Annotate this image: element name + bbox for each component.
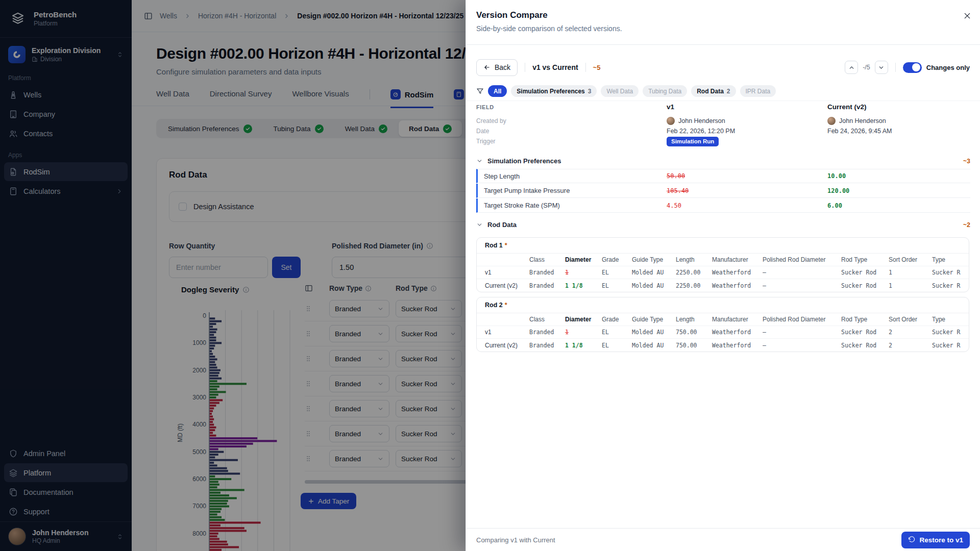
cell: EL xyxy=(602,329,632,336)
new-value: 6.00 xyxy=(827,202,970,209)
comparison-status: Comparing v1 with Current xyxy=(476,536,555,544)
cell: 1 xyxy=(889,269,932,276)
date-v1: Feb 22, 2026, 12:20 PM xyxy=(667,128,827,135)
col-header: Type xyxy=(932,316,961,323)
col-header: Rod Type xyxy=(841,256,889,263)
col-header: Polished Rod Diameter xyxy=(763,256,841,263)
cell: 1 xyxy=(565,269,602,276)
version-label: Current (v2) xyxy=(485,282,529,289)
cell: Sucker Rod xyxy=(841,282,889,289)
cell: EL xyxy=(602,342,632,349)
v2-column-header: Current (v2) xyxy=(827,103,970,111)
filter-chip-ipr-data[interactable]: IPR Data xyxy=(740,85,776,97)
cell: Sucker Rod xyxy=(932,282,961,289)
cell: 1 1/8 xyxy=(565,282,602,289)
version-label: v1 xyxy=(485,269,529,276)
cell: 2 xyxy=(889,342,932,349)
chip-count: 2 xyxy=(727,88,730,95)
cell: Sucker Rod xyxy=(932,329,961,336)
chip-label: Rod Data xyxy=(697,88,724,95)
avatar xyxy=(667,117,675,125)
cell: 1 xyxy=(565,329,602,336)
col-header: Grade xyxy=(602,256,632,263)
chip-label: IPR Data xyxy=(746,88,771,95)
rod-table-row: Current (v2)Branded1 1/8ELMolded AU750.0… xyxy=(477,339,969,352)
filter-chip-well-data[interactable]: Well Data xyxy=(601,85,639,97)
filter-chip-tubing-data[interactable]: Tubing Data xyxy=(643,85,687,97)
arrow-left-icon xyxy=(483,64,491,71)
diff-count-badge: ~5 xyxy=(593,64,601,71)
rotate-ccw-icon xyxy=(908,536,915,543)
chip-count: 3 xyxy=(588,88,592,95)
sim-prefs-changes: Step Length50.0010.00Target Pump Intake … xyxy=(476,169,970,213)
avatar xyxy=(827,117,836,125)
rod-table-header: ClassDiameterGradeGuide TypeLengthManufa… xyxy=(477,254,969,266)
change-field: Target Pump Intake Pressure xyxy=(484,187,667,194)
restore-label: Restore to v1 xyxy=(919,536,963,544)
col-header: Class xyxy=(529,316,565,323)
rod-table-row: v1Branded1ELMolded AU2250.00Weatherford–… xyxy=(477,266,969,279)
changed-indicator: * xyxy=(505,242,507,249)
changes-only-label: Changes only xyxy=(926,64,970,71)
cell: Sucker Rod xyxy=(932,342,961,349)
col-header: Type xyxy=(932,256,961,263)
old-value: 105.40 xyxy=(667,187,827,194)
cell: Branded xyxy=(529,282,565,289)
version-label: v1 xyxy=(485,329,529,336)
cell: Weatherford xyxy=(712,342,763,349)
change-row: Target Stroke Rate (SPM)4.506.00 xyxy=(476,198,970,213)
section-rod-data[interactable]: Rod Data ~2 xyxy=(476,221,970,229)
filter-chip-all[interactable]: All xyxy=(488,85,507,97)
back-button[interactable]: Back xyxy=(476,59,518,76)
filter-icon xyxy=(476,87,484,95)
col-header: Guide Type xyxy=(632,316,676,323)
trigger-label: Trigger xyxy=(476,138,667,145)
cell: EL xyxy=(602,269,632,276)
date-label: Date xyxy=(476,128,667,135)
chip-label: Tubing Data xyxy=(648,88,681,95)
v1-column-header: v1 xyxy=(667,103,827,111)
changes-only-toggle[interactable] xyxy=(903,62,922,73)
restore-button[interactable]: Restore to v1 xyxy=(901,532,970,548)
filter-chip-rod-data[interactable]: Rod Data2 xyxy=(691,85,736,97)
cell: – xyxy=(763,269,841,276)
version-compare-panel: Version Compare Side-by-side comparison … xyxy=(465,0,980,551)
col-header: Class xyxy=(529,256,565,263)
cell: 750.00 xyxy=(676,329,712,336)
col-header: Manufacturer xyxy=(712,256,763,263)
created-by-v1: John Henderson xyxy=(678,117,725,124)
col-header: Length xyxy=(676,316,712,323)
panel-title: Version Compare xyxy=(476,10,548,20)
changed-indicator: * xyxy=(505,302,507,309)
new-value: 10.00 xyxy=(827,172,970,180)
chip-label: All xyxy=(494,88,501,95)
cell: Branded xyxy=(529,269,565,276)
field-column-header: FIELD xyxy=(476,104,667,110)
cell: 1 xyxy=(889,282,932,289)
cell: Weatherford xyxy=(712,329,763,336)
version-label: Current (v2) xyxy=(485,342,529,349)
cell: Molded AU xyxy=(632,329,676,336)
chevron-down-icon xyxy=(476,221,483,228)
cell: 2250.00 xyxy=(676,269,712,276)
col-header: Diameter xyxy=(565,256,602,263)
panel-footer: Comparing v1 with Current Restore to v1 xyxy=(466,528,980,551)
panel-subtitle: Side-by-side comparison of selected vers… xyxy=(476,24,622,33)
trigger-badge: Simulation Run xyxy=(667,137,719,146)
date-v2: Feb 24, 2026, 9:45 AM xyxy=(827,128,970,135)
cell: Molded AU xyxy=(632,282,676,289)
chip-label: Well Data xyxy=(606,88,633,95)
close-icon[interactable] xyxy=(962,10,973,21)
next-change-button[interactable] xyxy=(875,61,888,74)
cell: 2250.00 xyxy=(676,282,712,289)
section-diff-count: ~3 xyxy=(963,158,970,165)
filter-chip-simulation-preferences[interactable]: Simulation Preferences3 xyxy=(511,85,597,97)
rod-group-title: Rod 1* xyxy=(477,238,969,254)
filter-chip-row: AllSimulation Preferences3Well DataTubin… xyxy=(466,82,980,101)
prev-change-button[interactable] xyxy=(845,61,858,74)
cell: – xyxy=(763,282,841,289)
cell: 2 xyxy=(889,329,932,336)
col-header: Length xyxy=(676,256,712,263)
section-simulation-preferences[interactable]: Simulation Preferences ~3 xyxy=(476,157,970,165)
change-row: Target Pump Intake Pressure105.40120.00 xyxy=(476,184,970,198)
